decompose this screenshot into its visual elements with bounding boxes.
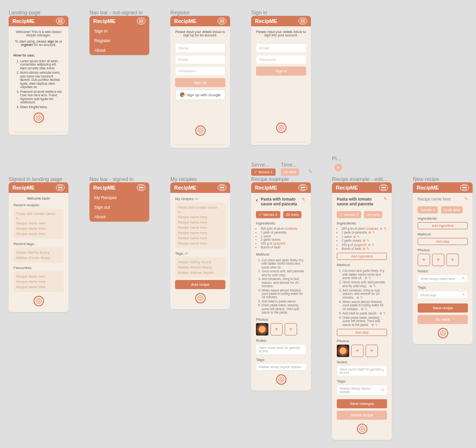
tag-line[interactable]: #italian #home #easy xyxy=(16,255,61,260)
fav-item[interactable]: Recipe name here xyxy=(16,279,61,284)
add-ingredient-button[interactable]: Add ingredient xyxy=(337,253,387,260)
hamburger-icon[interactable] xyxy=(137,184,145,191)
hamburger-icon[interactable] xyxy=(299,18,307,24)
edit-icon[interactable]: ✎ xyxy=(372,231,375,234)
password-input[interactable]: Password xyxy=(256,55,306,64)
register-link[interactable]: register xyxy=(21,43,33,46)
tag-line[interactable]: #cakes #dinner #quick xyxy=(178,270,222,275)
photo-thumbnail[interactable] xyxy=(337,345,349,357)
recipe-item[interactable]: Recipe name here xyxy=(178,230,222,235)
recipe-item[interactable]: Recipe name here xyxy=(178,214,222,220)
nav-item-about[interactable]: About xyxy=(89,45,149,55)
add-step-button[interactable]: Add step xyxy=(337,329,387,336)
fav-item[interactable]: Recipe name here xyxy=(16,274,61,279)
recent-item[interactable]: Pasta with tomato sauce a... xyxy=(16,211,61,221)
time-chip[interactable]: 20 mins xyxy=(281,168,299,176)
recipe-item[interactable]: Pasta with tomato sauce a... xyxy=(178,205,222,214)
recipe-item[interactable]: Recipe name here xyxy=(178,220,222,225)
remove-icon[interactable]: ⊗ xyxy=(380,227,383,230)
recent-item[interactable]: Recipe name here xyxy=(16,226,61,231)
remove-icon[interactable]: ⊗ xyxy=(356,296,359,299)
edit-icon[interactable]: ✎ xyxy=(381,369,384,373)
edit-icon[interactable]: ✎ xyxy=(365,307,367,311)
notes-field[interactable]: Save some basil for garnish at end✎ xyxy=(337,366,387,376)
add-photo-button[interactable]: + xyxy=(365,345,378,357)
edit-icon[interactable]: ✎ xyxy=(372,243,375,246)
hamburger-icon[interactable] xyxy=(56,184,65,191)
tags-input[interactable]: #food-tags✎ xyxy=(418,291,468,299)
nav-item-signin[interactable]: Sign In xyxy=(89,26,149,36)
hamburger-icon[interactable] xyxy=(218,18,226,24)
recent-item[interactable]: Recipe name here xyxy=(16,221,61,226)
serves-pill[interactable]: Serves X xyxy=(418,206,438,213)
signin-link[interactable]: sign in xyxy=(47,40,58,43)
remove-photo-button[interactable]: × xyxy=(334,164,342,171)
edit-icon[interactable]: ✎ xyxy=(368,276,371,280)
tags-field[interactable]: #italian #easy #quick #pasta✎ xyxy=(337,385,387,395)
hamburger-icon[interactable] xyxy=(56,18,65,24)
delete-recipe-button[interactable]: Delete recipe xyxy=(337,411,387,420)
notes-input[interactable]: Write recipe notes here✎ xyxy=(418,275,468,282)
edit-icon[interactable]: ✎ xyxy=(357,235,360,238)
recipe-item[interactable]: Recipe name here xyxy=(178,235,222,241)
edit-icon[interactable]: ✎ xyxy=(375,323,378,326)
remove-icon[interactable]: ⊗ xyxy=(368,243,371,246)
email-input[interactable]: Email xyxy=(175,55,225,64)
hamburger-icon[interactable] xyxy=(379,184,388,191)
edit-icon[interactable]: ✎ xyxy=(366,239,369,242)
nav-item-about[interactable]: About xyxy=(89,212,149,222)
time-pill[interactable]: Cook time xyxy=(441,206,463,213)
remove-icon[interactable]: ⊗ xyxy=(363,239,365,242)
pencil-icon[interactable]: ✎ xyxy=(308,168,312,175)
signup-button[interactable]: Sign up xyxy=(175,78,225,87)
go-back-button[interactable]: Go back xyxy=(418,315,468,324)
tag-line[interactable]: #asian #stirfry #curry xyxy=(178,259,222,265)
name-input[interactable]: Name xyxy=(175,44,225,53)
hamburger-icon[interactable] xyxy=(137,18,145,24)
edit-icon[interactable]: ✎ xyxy=(360,296,363,299)
edit-icon[interactable]: ✎ xyxy=(381,388,384,392)
add-recipe-button[interactable]: Add recipe xyxy=(175,280,225,289)
edit-icon[interactable]: ✎ xyxy=(462,277,465,280)
hamburger-icon[interactable] xyxy=(218,184,226,191)
serves-pill[interactable]: ✓ Serves 2 xyxy=(256,211,280,218)
recipe-item[interactable]: Recipe name here xyxy=(178,225,222,230)
hamburger-icon[interactable] xyxy=(460,184,469,191)
add-photo-button[interactable]: + xyxy=(432,254,444,266)
nav-item-register[interactable]: Register xyxy=(89,36,149,45)
fav-item[interactable]: Recipe name here xyxy=(16,284,61,290)
remove-icon[interactable]: ⊗ xyxy=(369,284,372,288)
time-pill[interactable]: 20 mins xyxy=(364,211,382,218)
add-photo-button[interactable]: + xyxy=(270,323,283,336)
signin-button[interactable]: Sign in xyxy=(256,67,306,76)
edit-icon[interactable]: ✎ xyxy=(384,197,387,201)
add-step-button[interactable]: Add step xyxy=(418,238,468,245)
remove-icon[interactable]: ⊗ xyxy=(371,323,374,326)
save-changes-button[interactable]: Save changes xyxy=(337,399,387,408)
edit-icon[interactable]: ✎ xyxy=(383,312,386,315)
save-recipe-button[interactable]: Save recipe xyxy=(418,303,468,313)
serves-chip[interactable]: ✓ Serves 2 xyxy=(251,168,276,176)
remove-icon[interactable]: ⊗ xyxy=(353,235,356,238)
edit-icon[interactable] xyxy=(301,197,306,202)
remove-icon[interactable]: ⊗ xyxy=(379,312,382,315)
nav-item-signout[interactable]: Sign out xyxy=(89,202,149,212)
remove-icon[interactable]: ⊗ xyxy=(361,307,364,311)
remove-icon[interactable]: ⊗ xyxy=(365,276,367,280)
edit-icon[interactable]: ✎ xyxy=(366,247,369,250)
add-ingredient-button[interactable]: Add ingredient xyxy=(418,222,468,229)
recipe-item[interactable]: Recipe name here xyxy=(178,241,222,246)
serves-pill[interactable]: ✓ Serves 2 xyxy=(337,211,361,218)
hamburger-icon[interactable] xyxy=(299,184,307,191)
password-input[interactable]: Password xyxy=(175,67,225,76)
edit-icon[interactable]: ✎ xyxy=(465,197,468,201)
add-photo-button[interactable]: + xyxy=(351,345,364,357)
remove-icon[interactable]: ⊗ xyxy=(363,247,365,250)
remove-icon[interactable]: ⊗ xyxy=(368,231,371,234)
edit-icon[interactable]: ✎ xyxy=(384,227,387,230)
photo-thumbnail[interactable] xyxy=(256,323,268,336)
email-input[interactable]: Email xyxy=(256,44,306,53)
recent-item[interactable]: Recipe name here xyxy=(16,231,61,236)
title-placeholder[interactable]: Recipe name here xyxy=(418,197,462,202)
tag-line[interactable]: #asian #stirfry #curry xyxy=(16,250,61,255)
